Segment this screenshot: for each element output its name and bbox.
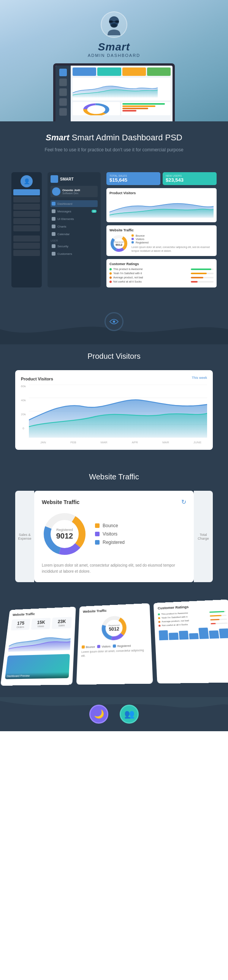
dash-menu-ui[interactable]: UI Elements xyxy=(51,215,98,222)
svg-point-13 xyxy=(113,320,115,323)
legend-visitors: Visitors xyxy=(103,531,117,537)
refresh-icon[interactable]: ↻ xyxy=(181,498,186,506)
tilt-card-stats: Website Traffic 175 Orders 15K Views 23K… xyxy=(0,607,75,686)
dash-menu-customers[interactable]: Customers xyxy=(51,250,98,257)
dash-user-role: Software Dev. xyxy=(62,192,96,194)
peek-card-sales: Sales & Expense xyxy=(15,491,34,582)
product-visitors-title: Product Visitors xyxy=(15,352,213,361)
dash-brand: SMART xyxy=(60,177,74,181)
x-june: JUNE xyxy=(193,441,201,444)
traffic-donut-label: Registered xyxy=(56,528,73,532)
dash-menu-charts[interactable]: Charts xyxy=(51,223,98,230)
svg-point-5 xyxy=(111,24,117,28)
tilt-wrapper: Website Traffic 175 Orders 15K Views 23K… xyxy=(0,599,228,686)
dash-menu-security[interactable]: Security xyxy=(51,243,98,250)
website-traffic-card: Website Traffic ↻ Registered 9012 xyxy=(34,491,194,582)
traffic-card-title: Website Traffic xyxy=(42,499,79,505)
svg-rect-1 xyxy=(109,21,113,23)
eye-icon-circle xyxy=(104,312,124,331)
product-chart-filter[interactable]: This week xyxy=(191,376,207,380)
traffic-description: Lorem ipsum dolor sit amet, consectetur … xyxy=(42,562,186,574)
info-title: Smart Smart Admin Dashboard PSD xyxy=(23,133,205,143)
traffic-legend: Bounce Visitors Registered xyxy=(95,523,125,545)
x-may: MAR xyxy=(162,441,169,444)
product-chart-title: Product Visitors xyxy=(21,377,53,381)
bottom-section: 🌙 👥 xyxy=(0,697,228,731)
avatar-icon xyxy=(101,11,127,38)
hero-logo: Smart ADMIN Dashboard xyxy=(88,11,140,58)
brand-title: Smart xyxy=(98,41,130,53)
traffic-peek-wrapper: Sales & Expense Website Traffic ↻ Regist… xyxy=(15,491,213,582)
dash-menu-dashboard[interactable]: Dashboard xyxy=(51,200,98,207)
dash-stat-new-users: NEW USERS $23,543 xyxy=(163,172,217,185)
x-apr: APR xyxy=(132,441,138,444)
website-traffic-title: Website Traffic xyxy=(15,473,213,481)
y-label-60k: 60k xyxy=(21,385,26,388)
dashboard-preview-section: 👤 SMART Ononto Joël Software Dev. xyxy=(0,165,228,299)
dash-customer-ratings-card: Customer Ratings This product is Awesome… xyxy=(106,259,217,288)
brand-subtitle: ADMIN Dashboard xyxy=(88,53,140,58)
wave-divider-section xyxy=(0,299,228,344)
info-section: Smart Smart Admin Dashboard PSD Feel fre… xyxy=(0,121,228,165)
bottom-icon-right[interactable]: 👥 xyxy=(120,705,139,724)
x-jan: JAN xyxy=(40,441,46,444)
tilt-card-ratings: Customer Ratings This product is Awesome… xyxy=(154,600,228,684)
dash-donut: Registered 9012 xyxy=(109,234,128,253)
hero-section: Smart ADMIN Dashboard xyxy=(0,0,228,121)
tilt-dashboard-section: Website Traffic 175 Orders 15K Views 23K… xyxy=(0,597,228,697)
tilt-donut: Registered 5012 xyxy=(100,614,128,642)
dash-stat-total-sales: TOTAL SALES $15,645 xyxy=(106,172,161,185)
product-visitors-chart-card: Product Visitors This week 60k 40k 20k 0 xyxy=(15,370,213,450)
bottom-icon-left[interactable]: 🌙 xyxy=(89,705,108,724)
legend-bounce: Bounce xyxy=(103,523,118,528)
laptop-content xyxy=(71,65,172,121)
website-traffic-section: Website Traffic Sales & Expense Website … xyxy=(0,465,228,597)
dash-middle-panel: SMART Ononto Joël Software Dev. Dashboar… xyxy=(48,172,101,288)
svg-rect-2 xyxy=(115,21,119,23)
dash-menu-messages[interactable]: Messages 10 xyxy=(51,208,98,215)
y-label-0: 0 xyxy=(21,427,26,430)
dash-right-content: TOTAL SALES $15,645 NEW USERS $23,543 Pr… xyxy=(106,172,217,288)
dash-stats-row: TOTAL SALES $15,645 NEW USERS $23,543 xyxy=(106,172,217,185)
dash-product-visitors-card: Product Visitors xyxy=(106,188,217,222)
tilt-card-donut: Website Traffic Registered 5012 Bounce V… xyxy=(76,603,153,684)
product-chart-xaxis: JAN FEB MAR APR MAR JUNE xyxy=(29,439,207,444)
laptop-mockup xyxy=(53,63,175,121)
traffic-donut: Registered 9012 xyxy=(42,511,87,557)
info-subtitle: Feel free to use it for practice but don… xyxy=(23,146,205,153)
dash-sidebar-left: 👤 xyxy=(11,172,42,288)
x-feb: FEB xyxy=(70,441,76,444)
traffic-donut-number: 9012 xyxy=(56,532,73,541)
x-mar: MAR xyxy=(101,441,108,444)
legend-registered: Registered xyxy=(103,540,125,545)
peek-card-total: Total Charge xyxy=(194,491,213,582)
product-visitors-section: Product Visitors Product Visitors This w… xyxy=(0,344,228,465)
dash-website-traffic-card: Website Traffic Registered 9012 xyxy=(106,225,217,256)
dash-user-name: Ononto Joël xyxy=(62,188,96,192)
y-label-40k: 40k xyxy=(21,399,26,402)
dash-menu-calendar[interactable]: Calendar xyxy=(51,231,98,237)
laptop-sidebar xyxy=(56,65,71,121)
y-label-20k: 20k xyxy=(21,413,26,416)
